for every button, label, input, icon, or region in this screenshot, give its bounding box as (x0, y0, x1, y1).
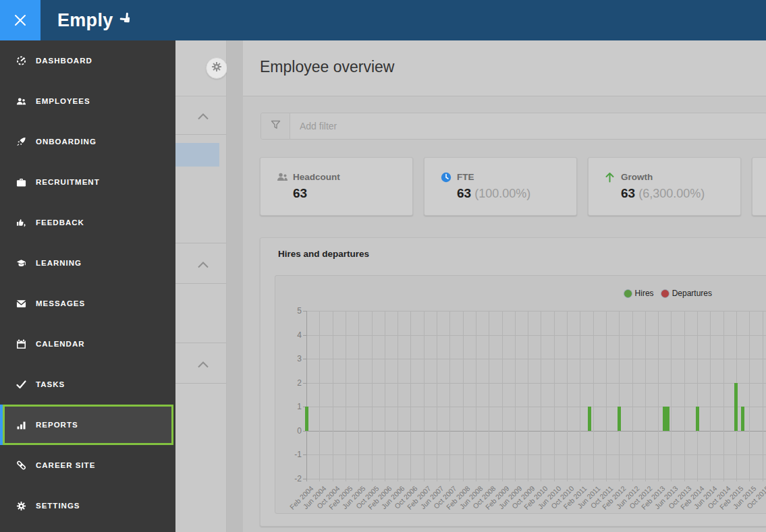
stat-card-value: 63 (6,300.00%) (621, 186, 705, 201)
stat-card-value: 63 (293, 186, 307, 201)
chart-vgridline (410, 311, 411, 481)
gear-icon (16, 500, 26, 511)
stat-card-fte[interactable]: FTE63 (100.00%) (424, 157, 577, 216)
stat-card-partial[interactable] (752, 157, 766, 216)
chart-vgridline (515, 311, 516, 481)
chart-vgridline (424, 311, 425, 481)
chart-bar-hires (305, 407, 308, 431)
legend-dot (624, 289, 632, 298)
stat-card-value: 63 (100.00%) (457, 186, 530, 201)
sidebar-item-label: RECRUITMENT (36, 178, 100, 186)
double-chevron-icon (118, 11, 134, 30)
chart-bar-hires (588, 407, 591, 431)
filter-input[interactable] (290, 113, 766, 139)
y-axis-line (306, 311, 307, 481)
chart-vgridline (619, 311, 620, 481)
stat-card-label: FTE (457, 172, 474, 182)
chart-vgridline (710, 311, 711, 481)
briefcase-icon (16, 177, 26, 187)
feedback-icon (16, 217, 26, 228)
chart-vgridline (723, 311, 724, 481)
panel-gear-button[interactable] (206, 57, 227, 79)
chart-vgridline (567, 311, 568, 481)
rocket-icon (16, 136, 26, 147)
stat-card-subvalue: (6,300.00%) (635, 187, 705, 200)
chart-vgridline (502, 311, 503, 481)
sidebar-item-reports[interactable]: REPORTS (3, 405, 173, 445)
link-icon (16, 460, 26, 471)
chart-vgridline (671, 311, 672, 481)
chart-bar-hires (618, 407, 621, 431)
panel-content-gap (227, 40, 243, 532)
main-content: Employee overview Headcount63FTE63 (100.… (243, 40, 766, 532)
chart-vgridline (632, 311, 633, 481)
sidebar-item-label: CALENDAR (36, 340, 85, 348)
chart-title: Hires and departures (278, 249, 369, 259)
filter-bar[interactable] (261, 113, 766, 140)
sidebar-item-label: ONBOARDING (36, 138, 97, 146)
chart-vgridline (346, 311, 346, 481)
legend-item-departures: Departures (661, 289, 712, 298)
stat-card-label: Growth (621, 172, 653, 182)
filter-icon-cell[interactable] (261, 113, 290, 139)
chart-vgridline (333, 311, 333, 481)
sidebar-item-settings[interactable]: SETTINGS (0, 485, 175, 526)
sidebar-item-feedback[interactable]: FEEDBACK (0, 202, 175, 243)
chart-vgridline (319, 311, 320, 481)
close-menu-button[interactable] (0, 0, 40, 40)
sidebar-item-career-site[interactable]: CAREER SITE (0, 445, 175, 485)
chart-vgridline (749, 311, 750, 481)
y-tick-label: -1 (279, 450, 302, 459)
bar-chart-icon (16, 419, 26, 430)
chart-vgridline (489, 311, 489, 481)
chart-vgridline (358, 311, 359, 481)
people-icon (277, 172, 288, 183)
sidebar-item-label: LEARNING (36, 259, 82, 267)
sidebar-item-learning[interactable]: LEARNING (0, 243, 175, 283)
arrow-up-icon (605, 172, 616, 183)
chart-vgridline (658, 311, 659, 481)
calendar-icon (16, 338, 26, 349)
sidebar-item-employees[interactable]: EMPLOYEES (0, 81, 175, 121)
graduation-cap-icon (16, 258, 26, 268)
stat-card-headcount[interactable]: Headcount63 (260, 157, 413, 216)
employees-icon (16, 96, 26, 107)
chart-bar-hires (741, 407, 744, 431)
sidebar-item-label: MESSAGES (36, 299, 85, 307)
sidebar-item-recruitment[interactable]: RECRUITMENT (0, 162, 175, 202)
chart-vgridline (385, 311, 385, 481)
sidebar-item-label: REPORTS (36, 421, 78, 429)
close-icon (14, 14, 26, 26)
chart-vgridline (554, 311, 555, 481)
chevron-up-icon[interactable] (197, 359, 209, 365)
sidebar-item-label: FEEDBACK (36, 218, 84, 227)
hires-departures-chart-card: Hires and departures HiresDepartures 543… (260, 237, 766, 527)
app-logo[interactable]: Emply (57, 0, 134, 40)
y-tick-label: 0 (279, 426, 302, 436)
funnel-icon (271, 120, 281, 132)
sidebar-item-messages[interactable]: MESSAGES (0, 283, 175, 324)
chart-vgridline (684, 311, 685, 481)
y-tick-label: 2 (279, 378, 302, 388)
chevron-up-icon[interactable] (197, 111, 209, 117)
sidebar-item-tasks[interactable]: TASKS (0, 364, 175, 405)
sidebar-item-dashboard[interactable]: DASHBOARD (0, 40, 175, 81)
y-tick-label: 1 (279, 402, 302, 411)
sidebar-item-onboarding[interactable]: ONBOARDING (0, 121, 175, 162)
chart-vgridline (463, 311, 464, 481)
chart-vgridline (697, 311, 698, 481)
sidebar-item-label: DASHBOARD (36, 57, 92, 65)
chevron-up-icon[interactable] (197, 259, 209, 266)
legend-label: Hires (635, 289, 654, 298)
sidebar-item-label: CAREER SITE (36, 461, 95, 469)
y-tick-label: 5 (279, 306, 302, 316)
sidebar-item-calendar[interactable]: CALENDAR (0, 324, 175, 364)
stat-card-subvalue: (100.00%) (471, 187, 530, 200)
chart-vgridline (645, 311, 646, 481)
gear-icon (211, 61, 222, 75)
stat-cards-row: Headcount63FTE63 (100.00%)Growth63 (6,30… (260, 157, 766, 216)
chart-bar-hires (666, 407, 669, 431)
y-tick-label: 4 (279, 330, 302, 340)
dashboard-icon (16, 55, 26, 66)
stat-card-growth[interactable]: Growth63 (6,300.00%) (588, 157, 741, 216)
